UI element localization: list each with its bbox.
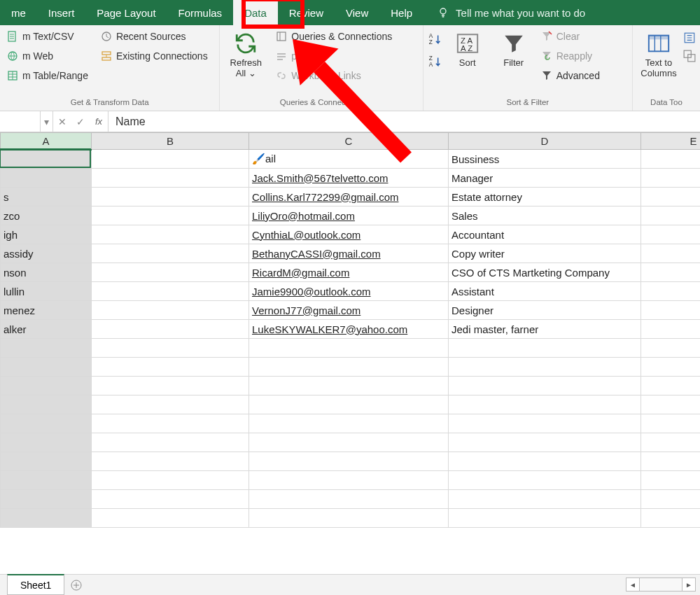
cell[interactable]: [92, 244, 249, 263]
cell[interactable]: RicardM@gmail.com: [249, 263, 449, 282]
cell[interactable]: [449, 490, 641, 509]
tab-view[interactable]: View: [335, 0, 379, 25]
cell[interactable]: [641, 377, 701, 396]
add-sheet-button[interactable]: [64, 575, 88, 595]
cell[interactable]: [1, 414, 92, 433]
table-row[interactable]: alkerLukeSKYWALKER7@yahoo.comJedi master…: [1, 320, 701, 339]
tab-review[interactable]: Review: [278, 0, 335, 25]
tab-data[interactable]: Data: [233, 0, 278, 25]
cell[interactable]: [92, 150, 249, 169]
table-row[interactable]: menezVernonJ77@gmail.comDesigner: [1, 301, 701, 320]
table-row[interactable]: [1, 396, 701, 414]
formula-input[interactable]: [108, 111, 700, 132]
cell[interactable]: [641, 490, 701, 509]
cell[interactable]: LiliyOro@hotmail.com: [249, 206, 449, 225]
cell[interactable]: [249, 471, 449, 490]
col-header-A[interactable]: A: [1, 133, 92, 150]
col-header-C[interactable]: C: [249, 133, 449, 150]
table-row[interactable]: Jack.Smith@567telvetto.comManager: [1, 169, 701, 188]
cell[interactable]: [1, 433, 92, 452]
cell[interactable]: Accountant: [449, 225, 641, 244]
cell[interactable]: [641, 471, 701, 490]
cell[interactable]: CynthiaL@outlook.com: [249, 225, 449, 244]
cell[interactable]: nson: [1, 263, 92, 282]
cell[interactable]: VernonJ77@gmail.com: [249, 301, 449, 320]
cell[interactable]: [249, 339, 449, 358]
cell[interactable]: [249, 509, 449, 528]
cell[interactable]: assidy: [1, 244, 92, 263]
cell[interactable]: [1, 396, 92, 414]
tab-home-partial[interactable]: me: [0, 0, 37, 25]
cell[interactable]: lullin: [1, 282, 92, 301]
spreadsheet-grid[interactable]: A B C D E 🖌️ailBussinessJack.Smith@567te…: [0, 132, 700, 574]
cell[interactable]: Jack.Smith@567telvetto.com: [249, 169, 449, 188]
scroll-left-button[interactable]: ◄: [626, 578, 640, 592]
scroll-right-button[interactable]: ►: [682, 578, 696, 592]
cell[interactable]: [249, 396, 449, 414]
cell[interactable]: [449, 452, 641, 471]
cell[interactable]: [92, 377, 249, 396]
cell[interactable]: [449, 414, 641, 433]
cell[interactable]: Estate attorney: [449, 188, 641, 206]
cell[interactable]: [1, 452, 92, 471]
cell[interactable]: [92, 263, 249, 282]
cell[interactable]: [641, 414, 701, 433]
cell[interactable]: [641, 339, 701, 358]
remove-duplicates-icon[interactable]: [683, 50, 696, 62]
advanced-filter[interactable]: Advanced: [538, 66, 603, 85]
tell-me-search[interactable]: Tell me what you want to do: [424, 0, 585, 25]
fx-button[interactable]: fx: [90, 111, 108, 132]
cell[interactable]: [641, 206, 701, 225]
table-row[interactable]: ighCynthiaL@outlook.comAccountant: [1, 225, 701, 244]
horizontal-scrollbar[interactable]: ◄ ►: [626, 578, 696, 592]
cell[interactable]: [92, 396, 249, 414]
cell[interactable]: [641, 263, 701, 282]
sort-desc-icon[interactable]: ZA: [428, 54, 443, 69]
from-web[interactable]: m Web: [4, 47, 91, 65]
cell[interactable]: Assistant: [449, 282, 641, 301]
cell[interactable]: igh: [1, 225, 92, 244]
table-row[interactable]: [1, 358, 701, 377]
table-row[interactable]: nsonRicardM@gmail.comCSO of CTS Martketi…: [1, 263, 701, 282]
table-row[interactable]: assidyBethanyCASSI@gmail.comCopy writer: [1, 244, 701, 263]
cell[interactable]: [1, 471, 92, 490]
cell[interactable]: [449, 509, 641, 528]
cell[interactable]: [92, 169, 249, 188]
cell[interactable]: zco: [1, 206, 92, 225]
cell[interactable]: [92, 225, 249, 244]
tab-formulas[interactable]: Formulas: [167, 0, 234, 25]
sheet-tab-active[interactable]: Sheet1: [7, 574, 64, 595]
cell[interactable]: [92, 490, 249, 509]
cell[interactable]: Jedi master, farner: [449, 320, 641, 339]
cell[interactable]: [92, 358, 249, 377]
cell[interactable]: [92, 282, 249, 301]
cell[interactable]: alker: [1, 320, 92, 339]
accept-formula[interactable]: ✓: [71, 111, 90, 132]
cell[interactable]: [249, 452, 449, 471]
tab-insert[interactable]: Insert: [37, 0, 86, 25]
cell[interactable]: [641, 282, 701, 301]
col-header-B[interactable]: B: [92, 133, 249, 150]
cell[interactable]: [641, 188, 701, 206]
cell[interactable]: [249, 358, 449, 377]
col-header-E[interactable]: E: [641, 133, 701, 150]
cell[interactable]: [449, 396, 641, 414]
cell[interactable]: [249, 490, 449, 509]
sort-asc-icon[interactable]: AZ: [428, 31, 443, 47]
table-row[interactable]: sCollins.Karl772299@gmail.com Estate att…: [1, 188, 701, 206]
cell[interactable]: Copy writer: [449, 244, 641, 263]
cell[interactable]: Collins.Karl772299@gmail.com: [249, 188, 449, 206]
cell[interactable]: [641, 150, 701, 169]
from-table-range[interactable]: m Table/Range: [4, 66, 91, 85]
table-row[interactable]: zcoLiliyOro@hotmail.com Sales: [1, 206, 701, 225]
cell[interactable]: [92, 433, 249, 452]
existing-connections[interactable]: Existing Connections: [98, 47, 211, 65]
cell[interactable]: [1, 169, 92, 188]
table-row[interactable]: 🖌️ailBussiness: [1, 150, 701, 169]
cell[interactable]: [641, 452, 701, 471]
text-to-columns[interactable]: Text to Columns: [637, 27, 680, 79]
cell[interactable]: BethanyCASSI@gmail.com: [249, 244, 449, 263]
cell[interactable]: [1, 358, 92, 377]
refresh-all[interactable]: Refresh All ⌄: [224, 27, 267, 85]
table-row[interactable]: [1, 377, 701, 396]
